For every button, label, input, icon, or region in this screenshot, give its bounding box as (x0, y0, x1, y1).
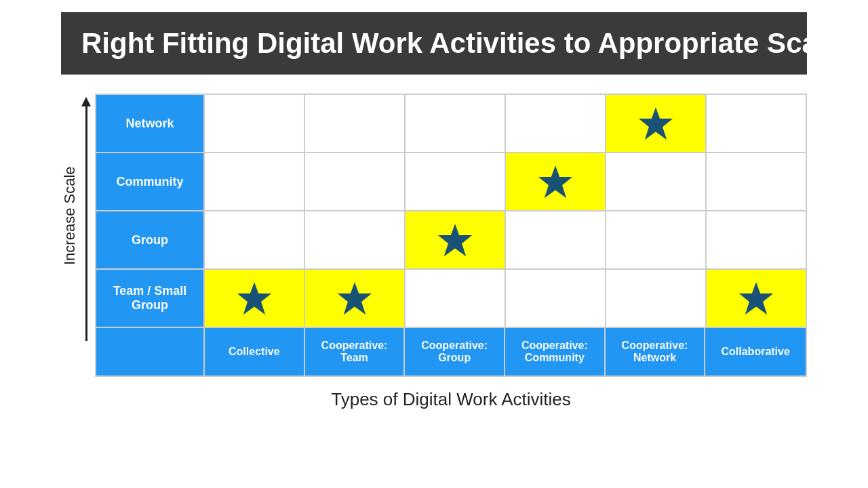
x-axis-label: Types of Digital Work Activities (95, 389, 807, 410)
col-header-coop-team: Cooperative: Team (305, 328, 406, 375)
page-header: Right Fitting Digital Work Activities to… (61, 12, 807, 75)
cell-r3-c4 (606, 270, 707, 328)
y-axis-arrow (81, 97, 91, 341)
cell-r2-c3 (506, 211, 606, 270)
grid-container: NetworkCommunityGroupTeam / Small Group … (95, 94, 807, 410)
column-headers: CollectiveCooperative: TeamCooperative: … (95, 328, 807, 377)
cell-r2-c5 (707, 211, 807, 270)
arrow-head-icon (81, 97, 91, 106)
svg-marker-5 (739, 282, 773, 314)
cell-r3-c5 (707, 270, 807, 328)
cell-r2-c4 (606, 211, 707, 270)
cell-r1-c3 (506, 153, 606, 211)
col-header-collaborative: Collaborative (705, 328, 806, 375)
row-header-group: Group (96, 211, 205, 270)
cell-r2-c0 (205, 211, 305, 270)
row-header-community: Community (96, 153, 205, 211)
col-header-coop-group: Cooperative: Group (405, 328, 505, 375)
cell-r1-c2 (406, 153, 506, 211)
cell-r1-c4 (606, 153, 707, 211)
cell-r0-c4 (606, 95, 707, 153)
page-title: Right Fitting Digital Work Activities to… (81, 27, 787, 60)
arrow-line (85, 106, 87, 341)
cell-r0-c5 (707, 95, 807, 153)
row-header-network: Network (96, 95, 205, 153)
cell-r3-c2 (406, 270, 506, 328)
col-header-coop-community: Cooperative: Community (505, 328, 606, 375)
svg-marker-2 (438, 224, 472, 256)
svg-marker-1 (538, 165, 572, 198)
svg-marker-4 (338, 282, 372, 314)
col-header-coop-network: Cooperative: Network (606, 328, 706, 375)
matrix-grid: NetworkCommunityGroupTeam / Small Group (95, 94, 807, 328)
col-header-collective: Collective (205, 328, 305, 375)
row-header-team: Team / Small Group (96, 270, 205, 328)
cell-r1-c1 (305, 153, 406, 211)
cell-r2-c2 (406, 211, 506, 270)
chart-area: Increase Scale NetworkCommunityGroupTeam… (61, 94, 807, 410)
y-axis: Increase Scale (61, 94, 95, 341)
cell-r2-c1 (305, 211, 406, 270)
svg-marker-0 (639, 107, 673, 140)
cell-r1-c0 (205, 153, 305, 211)
cell-r0-c3 (506, 95, 606, 153)
svg-marker-3 (237, 282, 271, 314)
cell-r3-c1 (305, 270, 406, 328)
y-axis-label: Increase Scale (61, 100, 79, 331)
bottom-corner (96, 328, 205, 375)
cell-r0-c1 (305, 95, 406, 153)
cell-r3-c3 (506, 270, 606, 328)
cell-r0-c0 (205, 95, 305, 153)
cell-r0-c2 (406, 95, 506, 153)
cell-r3-c0 (205, 270, 305, 328)
cell-r1-c5 (707, 153, 807, 211)
